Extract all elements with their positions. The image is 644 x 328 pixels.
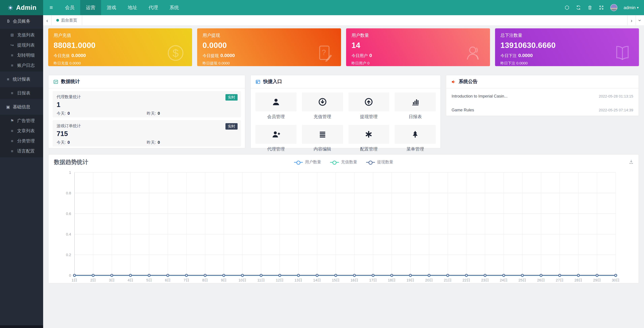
- stat-yesterday-label: 昨日用户: [352, 61, 366, 65]
- sidebar-item-ad-management[interactable]: ⚑广告管理: [0, 116, 43, 126]
- data-statistics-header: 数据统计: [48, 75, 245, 88]
- legend-item-withdraw-count[interactable]: 提现数量: [366, 159, 393, 165]
- menu-collapse-icon[interactable]: ≡: [43, 0, 59, 15]
- sidebar-item-language-config[interactable]: ≡语言配置: [0, 146, 43, 156]
- tabs-scroll-left-button[interactable]: ‹: [43, 15, 52, 25]
- announcement-row[interactable]: Introduction to Imperial Casin... 2022-0…: [452, 89, 633, 103]
- today-value: 0: [68, 140, 70, 145]
- svg-text:12日: 12日: [276, 278, 284, 282]
- sidebar-item-statistics-report[interactable]: ≡ 统计报表: [0, 74, 43, 84]
- svg-text:22日: 22日: [462, 278, 470, 282]
- refresh-icon[interactable]: [576, 5, 581, 10]
- justify-icon: [318, 130, 327, 139]
- legend-item-recharge-count[interactable]: 充值数量: [330, 159, 357, 165]
- window-icon: [256, 79, 260, 84]
- svg-text:5日: 5日: [146, 278, 152, 282]
- bitcoin-icon: [6, 19, 10, 24]
- today-label: 今天:: [56, 111, 66, 116]
- data-trend-panel: 数据趋势统计 用户数量 充值数量 提现数量: [48, 154, 639, 283]
- agent-count-stat-card: 代理数量统计 实时 1 今天:0 昨天:0: [52, 91, 241, 117]
- sidebar-section-basic-info: ▣ 基础信息 ⚑广告管理 ≡文章列表 ≡分类管理 ≡语言配置: [0, 102, 43, 157]
- nav-item-system[interactable]: 系统: [164, 0, 185, 15]
- legend-item-user-count[interactable]: 用户数量: [294, 159, 321, 165]
- announcement-text: Introduction to Imperial Casin...: [452, 94, 508, 98]
- tab-dashboard-home[interactable]: 后台首页: [52, 15, 82, 25]
- tab-bar-right-controls: › ›: [627, 15, 644, 25]
- nav-item-address[interactable]: 地址: [122, 0, 143, 15]
- quick-entry-menu-management[interactable]: 菜单管理: [395, 125, 436, 152]
- subcard-value: 715: [56, 130, 237, 138]
- sidebar-item-basic-info[interactable]: ▣ 基础信息: [0, 102, 43, 112]
- hexagon-icon[interactable]: [564, 5, 569, 10]
- nav-item-operation[interactable]: 运营: [80, 0, 101, 15]
- quick-entry-config-management[interactable]: 配置管理: [348, 125, 390, 152]
- sidebar-item-category-management[interactable]: ≡分类管理: [0, 136, 43, 146]
- stat-today-label: 今日充值: [54, 53, 70, 58]
- list-icon: ≡: [6, 77, 10, 81]
- sidebar-item-transfer-detail[interactable]: ≡划转明细: [0, 50, 43, 60]
- stat-title: 总下注数量: [500, 32, 634, 39]
- quick-entry-agent-management[interactable]: 代理管理: [256, 125, 296, 152]
- svg-text:1日: 1日: [72, 278, 77, 282]
- yesterday-value: 0: [158, 140, 160, 145]
- quick-entry-member-management[interactable]: 会员管理: [256, 92, 296, 120]
- nav-item-member[interactable]: 会员: [59, 0, 80, 15]
- tile-label: 提现管理: [348, 114, 390, 120]
- list-icon: ≡: [10, 91, 14, 95]
- sidebar-item-account-log[interactable]: ≡账户日志: [0, 60, 43, 71]
- svg-text:16日: 16日: [350, 278, 358, 282]
- svg-text:25日: 25日: [518, 278, 526, 282]
- tile-label: 内容编辑: [302, 146, 343, 152]
- sidebar-item-label: 提现列表: [17, 42, 35, 48]
- fullscreen-icon[interactable]: [599, 5, 604, 10]
- stat-today-label: 今日提现: [202, 53, 219, 58]
- main-content: 用户充值 88081.0000 今日充值0.0000 昨日充值 0.0000 $…: [43, 25, 644, 328]
- trend-line-chart: 1日2日3日4日5日6日7日8日9日10日11日12日13日14日15日16日1…: [48, 170, 638, 283]
- sidebar-item-label: 语言配置: [17, 148, 35, 154]
- quick-entry-header: 快捷入口: [251, 75, 440, 88]
- dollar-circle-icon: $: [166, 43, 185, 63]
- brand-logo[interactable]: Admin: [0, 0, 43, 15]
- tile-label: 菜单管理: [395, 146, 436, 152]
- sidebar-item-withdraw-list[interactable]: ↪提现列表: [0, 40, 43, 50]
- active-tab-dot: [56, 19, 59, 22]
- legend-label: 用户数量: [305, 159, 321, 165]
- tile-label: 充值管理: [302, 114, 343, 120]
- user-menu[interactable]: admin ▾: [624, 5, 638, 10]
- quick-entry-withdraw-management[interactable]: 提现管理: [348, 92, 390, 120]
- admin-dashboard: Admin ≡ 会员 运营 游戏 地址 代理 系统: [0, 0, 644, 328]
- svg-text:28日: 28日: [574, 278, 582, 282]
- svg-text:0.2: 0.2: [66, 253, 71, 257]
- username-text: admin: [624, 5, 636, 10]
- sidebar-item-article-list[interactable]: ≡文章列表: [0, 126, 43, 136]
- data-statistics-panel: 数据统计 代理数量统计 实时 1 今天:0 昨天:0 游戏订单统计 实: [48, 75, 245, 148]
- tabs-scroll-right-button[interactable]: ›: [627, 15, 636, 25]
- stat-title: 用户数量: [352, 32, 484, 39]
- svg-text:?: ?: [322, 48, 326, 57]
- quick-entry-daily-report[interactable]: 日报表: [395, 92, 436, 120]
- quick-entry-recharge-management[interactable]: 充值管理: [302, 92, 343, 120]
- plus-square-icon: ⊞: [10, 33, 14, 37]
- sidebar-item-member-accounts[interactable]: 会员账务: [0, 16, 43, 26]
- sidebar-item-daily-report[interactable]: ≡日报表: [0, 88, 43, 98]
- stat-yesterday-value: 0.0000: [516, 61, 528, 65]
- legend-marker-icon: [366, 160, 375, 164]
- sidebar: 会员账务 ⊞充值列表 ↪提现列表 ≡划转明细 ≡账户日志 ≡ 统计报表 ≡日报表…: [0, 15, 43, 328]
- yesterday-label: 昨天:: [147, 111, 156, 116]
- stat-card-total-bets: 总下注数量 13910630.6660 今日下注0.0000 昨日下注 0.00…: [495, 28, 639, 66]
- user-avatar[interactable]: [610, 4, 617, 11]
- nav-item-game[interactable]: 游戏: [101, 0, 122, 15]
- svg-text:$: $: [172, 47, 178, 59]
- sidebar-item-recharge-list[interactable]: ⊞充值列表: [0, 30, 43, 40]
- circle-arrow-down-icon: [318, 97, 327, 106]
- quick-entry-content-edit[interactable]: 内容编辑: [302, 125, 343, 152]
- nav-item-agent[interactable]: 代理: [143, 0, 164, 15]
- user-plus-icon: [272, 130, 280, 139]
- tabs-menu-button[interactable]: ›: [636, 15, 644, 25]
- chevron-down-icon: ▾: [637, 6, 638, 10]
- download-icon[interactable]: [628, 159, 634, 164]
- trash-icon[interactable]: [587, 5, 592, 10]
- sidebar-item-label: 充值列表: [17, 32, 35, 38]
- announcement-row[interactable]: Game Rules 2022-05-25 07:14:39: [452, 103, 633, 117]
- svg-text:15日: 15日: [332, 278, 340, 282]
